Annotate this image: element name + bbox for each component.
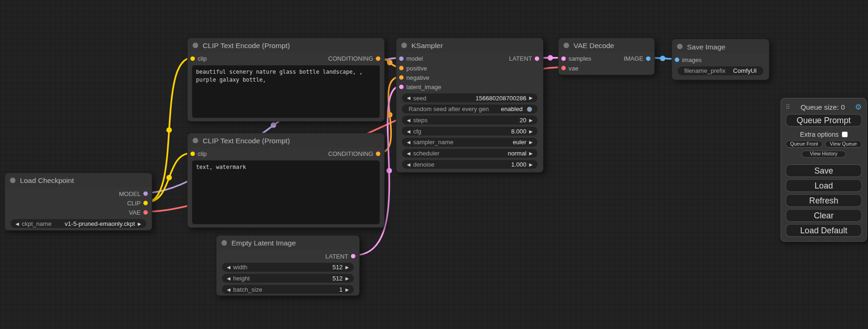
drag-handle-icon[interactable]: ⠿	[785, 103, 790, 111]
prev-value-arrow-icon[interactable]: ◀	[405, 151, 412, 156]
collapse-dot-icon[interactable]	[221, 240, 227, 246]
widget-value: ComfyUI	[733, 68, 757, 74]
widget-sampler-name[interactable]: ◀ sampler_name euler ▶	[402, 138, 537, 147]
input-slot-samples[interactable]	[561, 56, 565, 60]
output-slot-conditioning[interactable]	[376, 56, 380, 60]
node-header[interactable]: Empty Latent Image	[217, 236, 360, 250]
output-slot-clip[interactable]	[143, 201, 148, 205]
input-slot-positive[interactable]	[399, 65, 403, 70]
next-value-arrow-icon[interactable]: ▶	[528, 151, 534, 156]
node-save-image[interactable]: Save Image images filename_prefix ComfyU…	[671, 39, 769, 80]
widget-name: Random seed after every gen	[409, 105, 489, 112]
node-clip-text-encode-positive[interactable]: CLIP Text Encode (Prompt) clip CONDITION…	[187, 38, 385, 122]
collapse-dot-icon[interactable]	[677, 44, 683, 49]
node-header[interactable]: CLIP Text Encode (Prompt)	[188, 133, 384, 148]
increment-arrow-icon[interactable]: ▶	[528, 162, 534, 167]
increment-arrow-icon[interactable]: ▶	[344, 265, 350, 270]
save-button[interactable]: Save	[785, 164, 862, 177]
input-slot-negative[interactable]	[399, 75, 403, 79]
input-slot-clip[interactable]	[191, 56, 195, 60]
input-slot-model[interactable]	[399, 56, 403, 60]
node-header[interactable]: CLIP Text Encode (Prompt)	[188, 38, 384, 53]
decrement-arrow-icon[interactable]: ◀	[226, 287, 232, 292]
increment-arrow-icon[interactable]: ▶	[344, 287, 350, 292]
refresh-button[interactable]: Refresh	[785, 194, 862, 207]
widget-steps[interactable]: ◀ steps 20 ▶	[402, 116, 537, 125]
prev-value-arrow-icon[interactable]: ◀	[14, 221, 21, 226]
node-empty-latent-image[interactable]: Empty Latent Image LATENT ◀ width 512 ▶ …	[216, 235, 360, 296]
collapse-dot-icon[interactable]	[564, 42, 569, 48]
node-header[interactable]: VAE Decode	[558, 38, 654, 53]
toggle-knob-icon[interactable]	[527, 106, 532, 112]
widget-cfg[interactable]: ◀ cfg 8.000 ▶	[402, 127, 537, 136]
increment-arrow-icon[interactable]: ▶	[528, 129, 534, 134]
prompt-textarea[interactable]: beautiful scenery nature glass bottle la…	[192, 65, 380, 118]
input-slot-clip[interactable]	[191, 151, 195, 155]
collapse-dot-icon[interactable]	[193, 42, 198, 48]
node-clip-text-encode-negative[interactable]: CLIP Text Encode (Prompt) clip CONDITION…	[187, 133, 385, 228]
node-load-checkpoint[interactable]: Load Checkpoint MODEL CLIP VAE ◀ ckpt_na…	[4, 173, 152, 231]
next-value-arrow-icon[interactable]: ▶	[528, 140, 534, 145]
widget-random-seed-toggle[interactable]: Random seed after every gen enabled	[402, 105, 537, 113]
output-label-model: MODEL	[119, 190, 141, 196]
widget-value: euler	[513, 139, 526, 146]
increment-arrow-icon[interactable]: ▶	[528, 118, 534, 123]
decrement-arrow-icon[interactable]: ◀	[226, 265, 232, 270]
node-vae-decode[interactable]: VAE Decode samples IMAGE vae	[558, 38, 655, 76]
input-slot-vae[interactable]	[561, 65, 565, 70]
extra-options-checkbox[interactable]	[842, 132, 847, 137]
widget-seed[interactable]: ◀ seed 156680208700286 ▶	[402, 93, 537, 102]
decrement-arrow-icon[interactable]: ◀	[226, 276, 232, 281]
widget-denoise[interactable]: ◀ denoise 1.000 ▶	[402, 160, 537, 169]
widget-ckpt-name[interactable]: ◀ ckpt_name v1-5-pruned-emaonly.ckpt ▶	[11, 219, 146, 228]
widget-width[interactable]: ◀ width 512 ▶	[222, 263, 353, 272]
queue-panel[interactable]: ⠿ Queue size: 0 ⚙ Queue Prompt Extra opt…	[781, 98, 867, 242]
link-clip-positive-wire	[146, 58, 192, 202]
settings-gear-icon[interactable]: ⚙	[855, 103, 862, 111]
queue-prompt-button[interactable]: Queue Prompt	[785, 114, 862, 126]
queue-front-button[interactable]: Queue Front	[785, 140, 822, 147]
output-label-vae: VAE	[129, 209, 141, 216]
collapse-dot-icon[interactable]	[10, 178, 15, 183]
slot-row: MODEL	[5, 189, 152, 198]
input-label-model: model	[406, 55, 423, 62]
increment-arrow-icon[interactable]: ▶	[528, 96, 534, 101]
collapse-dot-icon[interactable]	[193, 138, 198, 143]
prev-value-arrow-icon[interactable]: ◀	[405, 140, 412, 145]
extra-options-label: Extra options	[800, 130, 839, 138]
output-slot-conditioning[interactable]	[376, 151, 380, 155]
output-slot-model[interactable]	[143, 191, 148, 196]
collapse-dot-icon[interactable]	[402, 42, 407, 48]
output-slot-vae[interactable]	[143, 210, 148, 214]
graph-canvas[interactable]: Load Checkpoint MODEL CLIP VAE ◀ ckpt_na…	[0, 0, 868, 329]
load-button[interactable]: Load	[785, 179, 862, 192]
decrement-arrow-icon[interactable]: ◀	[405, 118, 412, 123]
node-ksampler[interactable]: KSampler model LATENT positive negative …	[396, 38, 544, 173]
widget-scheduler[interactable]: ◀ scheduler normal ▶	[402, 149, 537, 158]
load-default-button[interactable]: Load Default	[785, 224, 862, 237]
widget-batch-size[interactable]: ◀ batch_size 1 ▶	[222, 285, 353, 294]
output-slot-latent[interactable]	[535, 56, 539, 60]
decrement-arrow-icon[interactable]: ◀	[405, 162, 412, 167]
widget-height[interactable]: ◀ height 512 ▶	[222, 274, 353, 283]
node-title: VAE Decode	[573, 41, 614, 49]
output-slot-image[interactable]	[646, 56, 650, 60]
next-value-arrow-icon[interactable]: ▶	[136, 221, 142, 226]
input-slot-latent-image[interactable]	[399, 84, 403, 89]
input-slot-images[interactable]	[675, 57, 679, 62]
view-queue-button[interactable]: View Queue	[825, 140, 862, 147]
slot-row: VAE	[5, 208, 152, 217]
decrement-arrow-icon[interactable]: ◀	[405, 96, 412, 101]
node-header[interactable]: Load Checkpoint	[5, 173, 152, 188]
clear-button[interactable]: Clear	[785, 209, 862, 222]
node-header[interactable]: Save Image	[672, 39, 769, 54]
node-header[interactable]: KSampler	[396, 38, 543, 53]
increment-arrow-icon[interactable]: ▶	[344, 276, 350, 281]
output-slot-latent[interactable]	[351, 254, 355, 258]
decrement-arrow-icon[interactable]: ◀	[405, 129, 412, 134]
output-label-conditioning: CONDITIONING	[328, 55, 373, 62]
view-history-button[interactable]: View History	[802, 150, 846, 157]
prompt-textarea[interactable]: text, watermark	[192, 161, 380, 224]
widget-filename-prefix[interactable]: filename_prefix ComfyUI	[677, 66, 763, 75]
node-title: KSampler	[411, 41, 443, 49]
